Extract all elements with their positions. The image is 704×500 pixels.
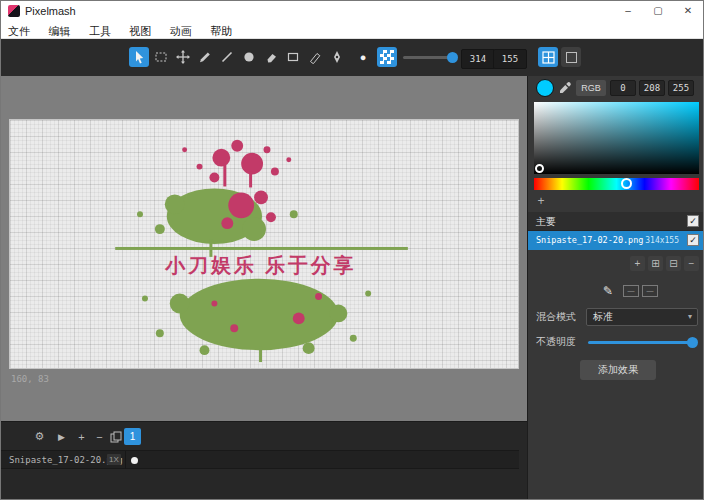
- square-icon: [566, 52, 577, 63]
- layer-visibility-checkbox[interactable]: ✓: [687, 234, 699, 246]
- layer-row-image[interactable]: Snipaste_17-02-20.png 314x155 ✓: [528, 231, 704, 250]
- rectangle-icon: [286, 50, 300, 64]
- layer-visibility-checkbox[interactable]: ✓: [687, 215, 699, 227]
- close-button[interactable]: ✕: [673, 1, 703, 21]
- tool-group: [129, 47, 347, 67]
- add-frame-button[interactable]: +: [73, 428, 90, 445]
- marquee-select-tool[interactable]: [151, 47, 171, 67]
- add-effect-button[interactable]: 添加效果: [580, 360, 656, 380]
- artwork-green-bottom: [142, 279, 371, 362]
- mask-button-1[interactable]: —: [623, 285, 639, 297]
- blend-mode-label: 混合模式: [536, 308, 576, 326]
- eyedropper-button[interactable]: [558, 81, 572, 95]
- app-icon: [8, 5, 20, 17]
- color-mode-button[interactable]: RGB: [576, 80, 606, 96]
- width-input[interactable]: [461, 49, 495, 69]
- pixel-canvas[interactable]: 小刀娱乐 乐于分享: [9, 119, 519, 369]
- menu-view[interactable]: 视图: [122, 23, 158, 40]
- menu-tools[interactable]: 工具: [82, 23, 118, 40]
- timeline-panel: ⚙ ▶ + − 1 Snipaste_17-02-20.png 1X: [1, 421, 527, 500]
- menubar: 文件 编辑 工具 视图 动画 帮助: [1, 21, 703, 39]
- opacity-handle[interactable]: [687, 337, 698, 348]
- pencil-icon: [198, 50, 212, 64]
- timeline-layer-row[interactable]: Snipaste_17-02-20.png 1X: [1, 450, 519, 469]
- duplicate-frame-button[interactable]: [107, 428, 124, 445]
- pixelmash-window: Pixelmash – ▢ ✕ 文件 编辑 工具 视图 动画 帮助: [0, 0, 704, 500]
- frame-1-button[interactable]: 1: [124, 428, 141, 445]
- layer-name: 主要: [536, 212, 556, 231]
- main-region: 小刀娱乐 乐于分享 160, 83 ⚙ ▶ +: [1, 76, 703, 500]
- menu-edit[interactable]: 编辑: [41, 23, 77, 40]
- delete-layer-button[interactable]: −: [684, 256, 699, 271]
- canvas-coordinates: 160, 83: [11, 374, 49, 384]
- checker-icon: [380, 50, 394, 64]
- knife-icon: [308, 50, 322, 64]
- group-remove-button[interactable]: ⊟: [666, 256, 681, 271]
- red-value-box[interactable]: 0: [610, 80, 636, 96]
- add-layer-button[interactable]: +: [630, 256, 645, 271]
- menu-animation[interactable]: 动画: [163, 23, 199, 40]
- hue-marker[interactable]: [621, 178, 632, 189]
- hue-slider[interactable]: [534, 178, 699, 190]
- grid-view-button[interactable]: [538, 47, 558, 67]
- blend-mode-value: 标准: [593, 309, 613, 325]
- layer-row-main[interactable]: 主要 ✓: [528, 212, 704, 231]
- eraser-icon: [264, 50, 278, 64]
- height-input[interactable]: [493, 49, 527, 69]
- group-add-button[interactable]: ⊞: [648, 256, 663, 271]
- pencil-tool[interactable]: [195, 47, 215, 67]
- eraser-tool[interactable]: [261, 47, 281, 67]
- filled-circle-icon: [242, 50, 256, 64]
- opacity-slider[interactable]: [588, 341, 696, 344]
- pen-nib-icon: [330, 50, 344, 64]
- gear-icon: ⚙: [35, 430, 45, 443]
- layer-buttons: + ⊞ ⊟ −: [630, 256, 699, 271]
- canvas-area: 小刀娱乐 乐于分享 160, 83: [1, 76, 527, 421]
- remove-frame-button[interactable]: −: [91, 428, 108, 445]
- play-button[interactable]: ▶: [53, 428, 70, 445]
- marquee-icon: [154, 50, 168, 64]
- cursor-tool[interactable]: [129, 47, 149, 67]
- color-swatch[interactable]: [536, 79, 554, 97]
- green-value-box[interactable]: 208: [639, 80, 665, 96]
- blend-mode-select[interactable]: 标准 ▾: [586, 308, 698, 326]
- minus-icon: −: [96, 431, 102, 443]
- layer-effect-button[interactable]: ✎: [598, 282, 618, 300]
- minimize-button[interactable]: –: [613, 1, 643, 21]
- grid-icon: [542, 51, 555, 64]
- knife-tool[interactable]: [305, 47, 325, 67]
- rectangle-tool[interactable]: [283, 47, 303, 67]
- add-swatch-button[interactable]: +: [534, 194, 548, 208]
- titlebar: Pixelmash – ▢ ✕: [1, 1, 703, 21]
- artwork-slogan-text: 小刀娱乐 乐于分享: [165, 254, 357, 276]
- layer-name: Snipaste_17-02-20.png: [536, 231, 643, 250]
- artwork-magenta-top: [182, 140, 291, 188]
- satval-marker[interactable]: [535, 164, 544, 173]
- saturation-value-picker[interactable]: [534, 102, 699, 174]
- pen-tool[interactable]: [327, 47, 347, 67]
- brush-size-slider[interactable]: [403, 56, 455, 59]
- cursor-icon: [132, 50, 146, 64]
- play-icon: ▶: [58, 432, 65, 442]
- timeline-settings-button[interactable]: ⚙: [31, 428, 48, 445]
- brush-shape-circle-button[interactable]: ●: [353, 47, 373, 67]
- artwork-green-mid: [137, 188, 298, 256]
- pencil-effect-icon: ✎: [603, 284, 613, 298]
- menu-file[interactable]: 文件: [1, 23, 37, 40]
- slider-handle[interactable]: [447, 52, 458, 63]
- sidebar: RGB 0 208 255 + 主要 ✓ Snipaste_17-02-20.p…: [528, 76, 704, 500]
- panel-toggle-button[interactable]: [561, 47, 581, 67]
- keyframe-dot[interactable]: [131, 457, 138, 464]
- maximize-button[interactable]: ▢: [643, 1, 673, 21]
- line-tool[interactable]: [217, 47, 237, 67]
- move-tool[interactable]: [173, 47, 193, 67]
- blue-value-box[interactable]: 255: [668, 80, 694, 96]
- checker-pattern-button[interactable]: [377, 47, 397, 67]
- menu-help[interactable]: 帮助: [203, 23, 239, 40]
- shading-tool[interactable]: [239, 47, 259, 67]
- plus-icon: +: [78, 431, 84, 443]
- timeline-scale-badge[interactable]: 1X: [107, 454, 121, 465]
- opacity-label: 不透明度: [536, 334, 576, 350]
- mask-button-2[interactable]: —: [642, 285, 658, 297]
- circle-brush-icon: ●: [360, 51, 367, 63]
